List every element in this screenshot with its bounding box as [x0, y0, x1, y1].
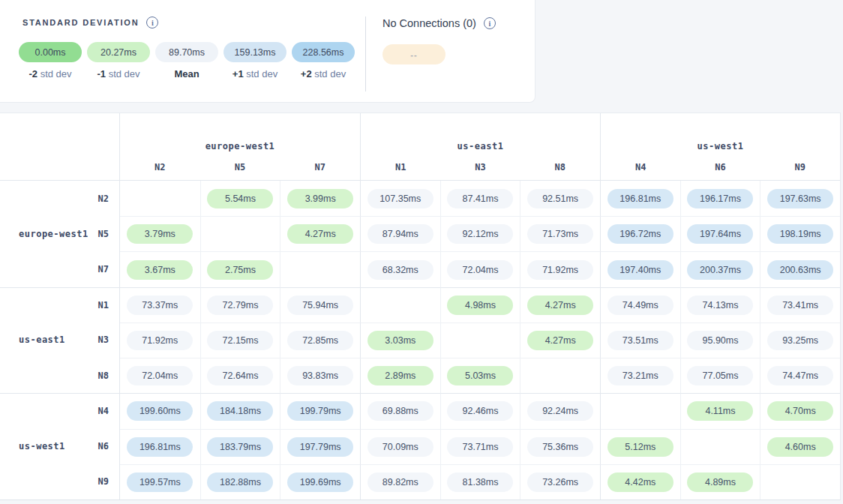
latency-pill[interactable]: 92.12ms	[447, 224, 513, 244]
latency-pill[interactable]: 197.79ms	[287, 437, 353, 457]
latency-pill[interactable]: 74.49ms	[608, 296, 674, 315]
latency-pill[interactable]: 73.51ms	[608, 331, 674, 350]
row-node-label: N1	[98, 300, 109, 310]
latency-cell: 197.64ms	[680, 216, 760, 251]
latency-pill[interactable]: 4.89ms	[687, 472, 753, 492]
latency-pill[interactable]: 3.79ms	[127, 224, 193, 244]
latency-pill[interactable]: 92.46ms	[447, 401, 513, 421]
latency-pill[interactable]: 71.92ms	[127, 331, 193, 350]
latency-cell: 75.94ms	[280, 287, 360, 322]
latency-pill[interactable]: 200.37ms	[687, 260, 753, 280]
latency-cell: 74.13ms	[680, 287, 760, 322]
latency-pill[interactable]: 72.15ms	[207, 331, 273, 350]
latency-pill[interactable]: 4.27ms	[287, 224, 353, 244]
latency-pill[interactable]: 72.04ms	[127, 366, 193, 386]
latency-pill[interactable]: 107.35ms	[368, 189, 434, 208]
latency-pill[interactable]: 73.37ms	[127, 296, 193, 315]
latency-pill[interactable]: 3.67ms	[127, 260, 193, 280]
latency-pill[interactable]: 4.42ms	[608, 472, 674, 492]
latency-pill[interactable]: 72.64ms	[207, 366, 273, 386]
latency-pill[interactable]: 199.79ms	[287, 401, 353, 421]
latency-pill[interactable]: 72.79ms	[207, 296, 273, 315]
latency-pill[interactable]: 5.54ms	[207, 189, 273, 208]
scale-pill-mean: 89.70ms	[155, 42, 218, 62]
column-node-label: N4	[601, 162, 680, 172]
latency-pill[interactable]: 70.09ms	[368, 437, 434, 457]
latency-pill[interactable]: 68.32ms	[368, 260, 434, 280]
latency-pill[interactable]: 74.47ms	[767, 366, 833, 386]
latency-cell-self	[680, 429, 760, 464]
latency-pill[interactable]: 196.72ms	[608, 224, 674, 244]
latency-pill[interactable]: 75.36ms	[527, 437, 593, 457]
latency-pill[interactable]: 4.27ms	[527, 331, 593, 350]
latency-pill[interactable]: 73.41ms	[767, 296, 833, 315]
latency-pill[interactable]: 72.04ms	[447, 260, 513, 280]
latency-pill[interactable]: 4.60ms	[767, 437, 833, 457]
latency-pill[interactable]: 95.90ms	[687, 331, 753, 350]
info-icon[interactable]: i	[484, 17, 496, 29]
latency-cell: 2.89ms	[360, 358, 440, 393]
latency-cell: 2.75ms	[200, 251, 280, 286]
latency-pill[interactable]: 73.71ms	[447, 437, 513, 457]
latency-pill[interactable]: 3.03ms	[368, 331, 434, 350]
latency-pill[interactable]: 4.70ms	[767, 401, 833, 421]
latency-pill[interactable]: 196.81ms	[608, 189, 674, 208]
latency-pill[interactable]: 87.41ms	[447, 189, 513, 208]
column-node-label: N5	[200, 162, 280, 172]
latency-pill[interactable]: 5.12ms	[608, 437, 674, 457]
latency-pill[interactable]: 197.64ms	[687, 224, 753, 244]
row-header: us-east1N3	[0, 322, 120, 358]
latency-pill[interactable]: 198.19ms	[767, 224, 833, 244]
latency-pill[interactable]: 2.75ms	[207, 260, 273, 280]
column-group-us-west1: us-west1N4N6N9	[600, 113, 840, 181]
latency-pill[interactable]: 92.51ms	[527, 189, 593, 208]
latency-pill[interactable]: 182.88ms	[207, 472, 273, 492]
latency-pill[interactable]: 73.26ms	[527, 472, 593, 492]
latency-pill[interactable]: 69.88ms	[368, 401, 434, 421]
latency-pill[interactable]: 72.85ms	[287, 331, 353, 350]
latency-cell: 73.26ms	[520, 464, 600, 500]
latency-pill[interactable]: 196.81ms	[127, 437, 193, 457]
latency-pill[interactable]: 81.38ms	[447, 472, 513, 492]
latency-pill[interactable]: 199.69ms	[287, 472, 353, 492]
latency-pill[interactable]: 4.11ms	[687, 401, 753, 421]
latency-pill[interactable]: 196.17ms	[687, 189, 753, 208]
latency-pill[interactable]: 71.73ms	[527, 224, 593, 244]
column-node-label: N9	[760, 162, 840, 172]
latency-cell: 68.32ms	[360, 251, 440, 286]
latency-pill[interactable]: 4.98ms	[447, 296, 513, 315]
latency-pill[interactable]: 5.03ms	[447, 366, 513, 386]
row-node-label: N6	[98, 441, 109, 452]
latency-cell: 199.69ms	[280, 464, 360, 500]
latency-pill[interactable]: 4.27ms	[527, 296, 593, 315]
latency-pill[interactable]: 199.60ms	[127, 401, 193, 421]
latency-pill[interactable]: 89.82ms	[368, 472, 434, 492]
latency-pill[interactable]: 184.18ms	[207, 401, 273, 421]
latency-pill[interactable]: 197.40ms	[608, 260, 674, 280]
latency-cell: 72.15ms	[200, 322, 280, 358]
latency-pill[interactable]: 197.63ms	[767, 189, 833, 208]
latency-pill[interactable]: 87.94ms	[368, 224, 434, 244]
latency-pill[interactable]: 71.92ms	[527, 260, 593, 280]
latency-cell: 107.35ms	[360, 181, 440, 216]
latency-pill[interactable]: 93.83ms	[287, 366, 353, 386]
latency-cell: 4.11ms	[680, 393, 760, 428]
latency-pill[interactable]: 199.57ms	[127, 472, 193, 492]
latency-pill[interactable]: 92.24ms	[527, 401, 593, 421]
latency-pill[interactable]: 2.89ms	[368, 366, 434, 386]
latency-cell: 92.12ms	[440, 216, 520, 251]
latency-pill[interactable]: 75.94ms	[287, 296, 353, 315]
latency-cell: 4.70ms	[760, 393, 840, 428]
latency-pill[interactable]: 93.25ms	[767, 331, 833, 350]
latency-pill[interactable]: 74.13ms	[687, 296, 753, 315]
column-group-region-label: europe-west1	[120, 141, 360, 152]
latency-pill[interactable]: 200.63ms	[767, 260, 833, 280]
info-icon[interactable]: i	[146, 16, 158, 28]
column-node-labels: N4N6N9	[601, 162, 840, 172]
latency-cell: 5.54ms	[200, 181, 280, 216]
latency-pill[interactable]: 183.79ms	[207, 437, 273, 457]
latency-pill[interactable]: 73.21ms	[608, 366, 674, 386]
column-node-labels: N1N3N8	[361, 162, 600, 172]
latency-pill[interactable]: 77.05ms	[687, 366, 753, 386]
latency-pill[interactable]: 3.99ms	[287, 189, 353, 208]
